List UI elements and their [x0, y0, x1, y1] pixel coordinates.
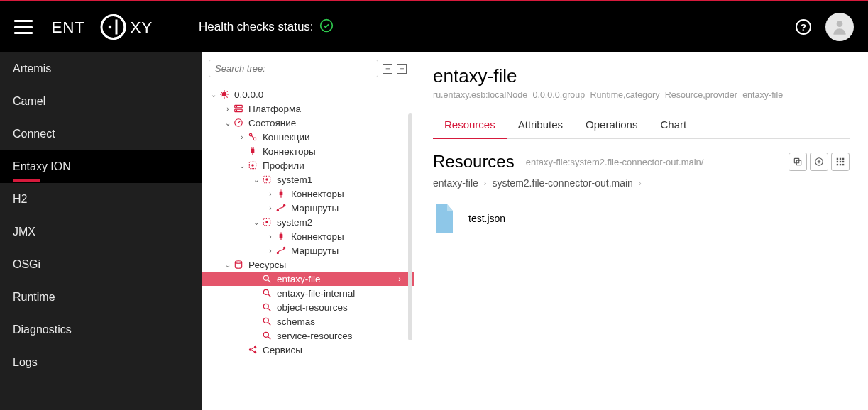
- nav-item-osgi[interactable]: OSGi: [0, 248, 202, 281]
- svg-point-36: [284, 247, 285, 248]
- nav-item-connect[interactable]: Connect: [0, 118, 202, 150]
- file-icon: [433, 204, 456, 233]
- tree-node-resources[interactable]: ⌄ Ресурсы: [202, 257, 414, 272]
- svg-rect-59: [837, 161, 838, 162]
- help-button[interactable]: ?: [796, 19, 811, 35]
- file-row[interactable]: test.json: [433, 200, 850, 237]
- tab-operations[interactable]: Operations: [574, 111, 649, 138]
- svg-point-50: [254, 351, 257, 354]
- breadcrumb-item[interactable]: system2.file-connector-out.main: [492, 177, 632, 189]
- tree-node-object-resources[interactable]: · object-resources: [202, 300, 414, 314]
- copy-button[interactable]: [789, 153, 807, 171]
- tree-scrollbar[interactable]: [408, 113, 412, 340]
- tree-node-connections[interactable]: › Коннекции: [202, 130, 414, 144]
- svg-line-43: [268, 309, 271, 311]
- tree-label: Коннекторы: [291, 189, 344, 199]
- svg-text:ENT: ENT: [52, 18, 85, 36]
- svg-rect-56: [837, 158, 838, 160]
- tree-node-platform[interactable]: › Платформа: [202, 101, 414, 116]
- tree-label: schemas: [277, 316, 315, 327]
- tree-node-state[interactable]: ⌄ Состояние: [202, 116, 414, 130]
- bug-icon: [219, 89, 230, 100]
- plug-icon: [275, 231, 287, 242]
- svg-line-45: [268, 323, 271, 326]
- grid-view-button[interactable]: [831, 153, 850, 171]
- user-icon: [830, 18, 849, 36]
- tree-node-system2[interactable]: ⌄ system2: [202, 215, 414, 229]
- tree-node-entaxy-file-internal[interactable]: · entaxy-file-internal: [202, 286, 414, 300]
- tree-label: Состояние: [248, 118, 296, 128]
- tree-node-connectors[interactable]: · Коннекторы: [202, 144, 414, 158]
- tree-label: object-resources: [277, 302, 348, 313]
- svg-rect-15: [251, 149, 255, 153]
- target-icon: [261, 174, 273, 185]
- svg-point-38: [263, 275, 268, 280]
- svg-point-42: [263, 304, 268, 309]
- tree-label: entaxy-file-internal: [277, 288, 355, 299]
- tree-node-s1-routes[interactable]: › Маршруты: [202, 201, 414, 215]
- plug-icon: [275, 188, 287, 199]
- tree-node-profiles[interactable]: ⌄ Профили: [202, 158, 414, 172]
- primary-nav: Artemis Camel Connect Entaxy ION H2 JMX …: [0, 52, 202, 410]
- route-icon: [275, 202, 287, 214]
- profile-icon: [247, 160, 258, 171]
- tree-node-s2-routes[interactable]: › Маршруты: [202, 243, 414, 257]
- section-subtitle: entaxy-file:system2.file-connector-out.m…: [526, 157, 704, 167]
- tree-label: Маршруты: [291, 245, 339, 256]
- health-ok-icon: [319, 18, 334, 36]
- tab-chart[interactable]: Chart: [649, 111, 698, 138]
- tree-label: entaxy-file: [277, 274, 321, 284]
- object-path: ru.entaxy.esb:localNode=0.0.0.0,group=Ru…: [433, 90, 850, 100]
- grid-icon: [835, 157, 845, 167]
- nav-item-jmx[interactable]: JMX: [0, 216, 202, 248]
- tree-node-entaxy-file[interactable]: · entaxy-file ›: [202, 272, 414, 286]
- tree-node-schemas[interactable]: · schemas: [202, 314, 414, 328]
- nav-item-artemis[interactable]: Artemis: [0, 52, 202, 85]
- svg-point-28: [284, 204, 285, 206]
- nav-item-diagnostics[interactable]: Diagnostics: [0, 314, 202, 346]
- tree-node-service-resources[interactable]: · service-resources: [202, 328, 414, 343]
- menu-toggle-button[interactable]: [14, 20, 33, 34]
- tree-expand-all-button[interactable]: ＋: [383, 64, 392, 74]
- tab-resources[interactable]: Resources: [433, 111, 507, 139]
- tree-search-input[interactable]: [209, 60, 378, 77]
- tree-node-system1[interactable]: ⌄ system1: [202, 172, 414, 187]
- svg-point-37: [235, 261, 241, 264]
- tree-node-s2-connectors[interactable]: › Коннекторы: [202, 229, 414, 243]
- tree-node-s1-connectors[interactable]: › Коннекторы: [202, 187, 414, 201]
- svg-point-40: [263, 289, 268, 294]
- nav-item-h2[interactable]: H2: [0, 183, 202, 216]
- tree-label: Ресурсы: [248, 260, 286, 270]
- svg-point-46: [263, 332, 268, 337]
- main-panel: entaxy-file ru.entaxy.esb:localNode=0.0.…: [414, 52, 868, 410]
- health-status: Health checks status:: [199, 18, 334, 36]
- tree-node-services[interactable]: · Сервисы: [202, 343, 414, 357]
- db-icon: [233, 259, 244, 270]
- svg-rect-23: [280, 192, 283, 196]
- user-avatar-button[interactable]: [825, 13, 854, 41]
- svg-point-20: [251, 164, 254, 167]
- svg-text:XY: XY: [131, 18, 153, 36]
- plug-icon: [247, 145, 258, 157]
- nav-item-logs[interactable]: Logs: [0, 346, 202, 379]
- copy-icon: [793, 157, 803, 167]
- entaxy-logo-icon: ENT XY: [50, 12, 170, 42]
- tree-collapse-all-button[interactable]: －: [397, 64, 407, 74]
- breadcrumb-item[interactable]: entaxy-file: [433, 177, 478, 189]
- section-title: Resources: [433, 152, 515, 172]
- search-icon: [261, 330, 273, 341]
- nav-item-camel[interactable]: Camel: [0, 85, 202, 118]
- tree-label: Коннекторы: [263, 146, 316, 157]
- tree-label: Коннекторы: [291, 231, 344, 242]
- svg-rect-61: [842, 161, 844, 162]
- tab-attributes[interactable]: Attributes: [507, 111, 574, 138]
- add-button[interactable]: [810, 153, 828, 171]
- route-icon: [275, 245, 287, 256]
- nav-item-runtime[interactable]: Runtime: [0, 281, 202, 314]
- chevron-right-icon: ›: [398, 275, 408, 283]
- svg-rect-57: [840, 158, 841, 160]
- svg-line-41: [268, 294, 271, 297]
- tree-node-root[interactable]: ⌄ 0.0.0.0: [202, 87, 414, 101]
- nav-item-entaxy-ion[interactable]: Entaxy ION: [0, 150, 202, 183]
- target-icon: [261, 216, 273, 228]
